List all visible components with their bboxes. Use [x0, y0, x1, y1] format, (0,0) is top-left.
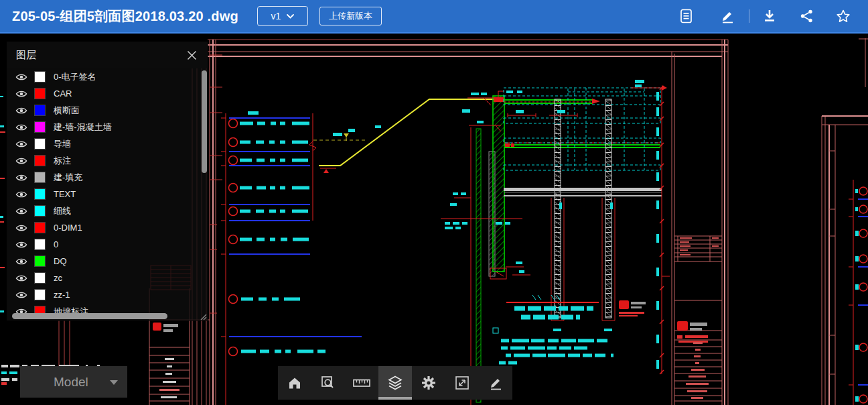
eye-visibility-icon[interactable]: [15, 123, 27, 132]
top-bar: Z05-05-组团5剖面图2018.03.20 .dwg v1 上传新版本: [0, 0, 868, 34]
eye-visibility-icon[interactable]: [15, 156, 27, 166]
markup-icon: [488, 375, 504, 391]
layer-name-label: 导墙: [54, 138, 71, 150]
layer-name-label: 横断面: [54, 105, 80, 117]
panel-resize-handle[interactable]: [198, 311, 207, 320]
layers-panel: 图层 0-电子签名 CAR: [7, 42, 208, 321]
layer-name-label: 细线: [54, 205, 71, 217]
annotate-icon[interactable]: [720, 8, 735, 24]
layer-name-label: 0: [54, 239, 58, 249]
layer-row[interactable]: 0-电子签名: [7, 68, 208, 85]
markup-button[interactable]: [479, 366, 512, 400]
layers-list: 0-电子签名 CAR 横断面 建-墙-混凝土墙: [7, 68, 208, 321]
zoom-window-button[interactable]: [311, 366, 345, 400]
layer-row[interactable]: TEXT: [7, 186, 208, 202]
eye-visibility-icon[interactable]: [15, 223, 27, 233]
eye-visibility-icon[interactable]: [15, 290, 27, 300]
layer-name-label: 建-填充: [54, 172, 82, 184]
layer-color-swatch[interactable]: [35, 139, 45, 149]
home-icon: [287, 375, 303, 391]
favorite-icon[interactable]: [836, 8, 851, 24]
eye-visibility-icon[interactable]: [15, 139, 27, 149]
layer-row[interactable]: 0: [7, 236, 208, 253]
layer-color-swatch[interactable]: [35, 239, 45, 249]
eye-visibility-icon[interactable]: [15, 72, 27, 82]
settings-button[interactable]: [412, 366, 445, 400]
eye-visibility-icon[interactable]: [15, 257, 27, 266]
layer-color-swatch[interactable]: [35, 72, 45, 82]
layer-row[interactable]: zz-1: [7, 286, 208, 303]
settings-icon: [421, 375, 437, 391]
layer-row[interactable]: 建-填充: [7, 169, 208, 186]
layer-color-swatch[interactable]: [35, 206, 45, 216]
layer-color-swatch[interactable]: [35, 256, 45, 266]
topbar-icons: [678, 0, 868, 32]
version-select[interactable]: v1: [257, 6, 308, 26]
layer-row[interactable]: zc: [7, 270, 208, 286]
close-icon[interactable]: [185, 48, 198, 62]
layers-panel-title: 图层: [16, 49, 36, 62]
eye-visibility-icon[interactable]: [15, 207, 27, 216]
layer-name-label: CAR: [54, 89, 72, 99]
horizontal-scrollbar[interactable]: [12, 313, 167, 319]
layer-name-label: 0-电子签名: [54, 71, 96, 83]
layer-row[interactable]: 横断面: [7, 102, 208, 119]
layer-color-swatch[interactable]: [35, 290, 45, 300]
layer-name-label: 标注: [54, 155, 71, 167]
layer-row[interactable]: 标注: [7, 152, 208, 169]
layer-name-label: 0-DIM1: [54, 223, 82, 233]
layer-color-swatch[interactable]: [35, 122, 45, 132]
caret-down-icon: [110, 380, 118, 385]
layers-panel-header: 图层: [7, 42, 208, 68]
layers-icon: [387, 375, 403, 391]
layer-row[interactable]: CAR: [7, 85, 208, 102]
vertical-scrollbar[interactable]: [202, 70, 207, 173]
layer-color-swatch[interactable]: [35, 172, 45, 182]
layer-name-label: zz-1: [54, 290, 70, 300]
layer-row[interactable]: 建-墙-混凝土墙: [7, 119, 208, 135]
model-selector-label: Model: [20, 375, 88, 390]
document-icon[interactable]: [678, 8, 693, 24]
eye-visibility-icon[interactable]: [15, 274, 27, 283]
eye-visibility-icon[interactable]: [15, 106, 27, 115]
fullscreen-button[interactable]: [445, 366, 479, 400]
layer-color-swatch[interactable]: [35, 223, 45, 233]
layer-name-label: zc: [54, 273, 62, 283]
share-icon[interactable]: [799, 8, 814, 24]
layer-name-label: TEXT: [54, 189, 76, 199]
layer-row[interactable]: 细线: [7, 202, 208, 219]
upload-new-version-button[interactable]: 上传新版本: [319, 7, 382, 25]
document-title: Z05-05-组团5剖面图2018.03.20 .dwg: [12, 7, 238, 25]
viewer-toolbar: [278, 366, 512, 400]
eye-visibility-icon[interactable]: [15, 173, 27, 182]
layer-color-swatch[interactable]: [35, 105, 45, 115]
layer-color-swatch[interactable]: [35, 156, 45, 166]
layer-row[interactable]: 0-DIM1: [7, 219, 208, 236]
layer-name-label: 建-墙-混凝土墙: [54, 121, 112, 133]
eye-visibility-icon[interactable]: [15, 240, 27, 249]
measure-button[interactable]: [345, 366, 378, 400]
eye-visibility-icon[interactable]: [15, 190, 27, 199]
layer-color-swatch[interactable]: [35, 189, 45, 199]
model-selector[interactable]: Model: [20, 366, 127, 398]
zoom-window-icon: [320, 375, 336, 391]
version-label: v1: [271, 11, 281, 21]
layer-color-swatch[interactable]: [35, 273, 45, 283]
download-icon[interactable]: [762, 8, 777, 24]
home-button[interactable]: [278, 366, 311, 400]
layer-color-swatch[interactable]: [35, 89, 45, 99]
topbar-divider: [749, 9, 749, 23]
layer-name-label: DQ: [54, 256, 67, 266]
chevron-down-icon: [287, 14, 294, 19]
layers-button[interactable]: [378, 366, 412, 400]
layer-row[interactable]: DQ: [7, 253, 208, 270]
fullscreen-icon: [454, 375, 470, 391]
layer-row[interactable]: 导墙: [7, 135, 208, 152]
measure-icon: [352, 375, 371, 391]
eye-visibility-icon[interactable]: [15, 89, 27, 99]
